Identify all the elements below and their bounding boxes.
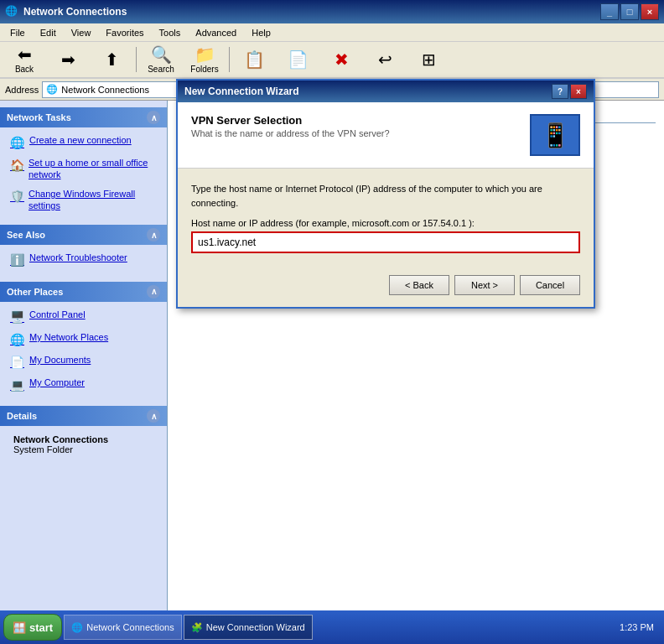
- sidebar-section-other-places: Other Places ∧ 🖥️ Control Panel 🌐 My Net…: [0, 282, 167, 403]
- firewall-icon: 🛡️: [10, 189, 23, 204]
- taskbar-ncw-label: New Connection Wizard: [206, 622, 305, 632]
- wizard-title-controls: ? ×: [552, 84, 587, 99]
- views-button[interactable]: ⊞: [407, 44, 449, 75]
- undo-icon: ↩: [378, 51, 392, 68]
- menu-tools[interactable]: Tools: [153, 26, 188, 39]
- close-button[interactable]: ×: [641, 3, 659, 20]
- my-network-places-link[interactable]: 🌐 My Network Places: [7, 330, 160, 349]
- folders-icon: 📁: [195, 46, 215, 63]
- folders-label: Folders: [190, 65, 218, 74]
- delete-button[interactable]: ✖: [320, 44, 362, 75]
- wizard-header-icon: 📱: [530, 114, 580, 156]
- address-label: Address: [5, 85, 39, 95]
- search-icon: 🔍: [151, 46, 172, 63]
- network-tasks-content: 🌐 Create a new connection 🏠 Set up a hom…: [0, 127, 167, 221]
- details-label: Details: [7, 411, 37, 421]
- my-network-icon: 🌐: [10, 332, 24, 347]
- move-button[interactable]: 📋: [233, 44, 275, 75]
- details-collapse[interactable]: ∧: [147, 409, 160, 423]
- copy-icon: 📄: [288, 51, 309, 68]
- taskbar-network-connections[interactable]: 🌐 Network Connections: [64, 615, 182, 640]
- start-icon: 🪟: [13, 621, 26, 634]
- undo-button[interactable]: ↩: [364, 44, 406, 75]
- control-panel-label: Control Panel: [29, 309, 86, 320]
- move-icon: 📋: [244, 51, 265, 68]
- start-button[interactable]: 🪟 start: [3, 614, 62, 641]
- menu-advanced[interactable]: Advanced: [189, 26, 243, 39]
- home-network-label: Set up a home or small office network: [29, 157, 157, 181]
- see-also-header[interactable]: See Also ∧: [0, 225, 167, 245]
- wizard-body: Type the host name or Internet Protocol …: [178, 169, 594, 267]
- network-tasks-header[interactable]: Network Tasks ∧: [0, 107, 167, 127]
- see-also-collapse[interactable]: ∧: [147, 228, 160, 242]
- search-button[interactable]: 🔍 Search: [140, 44, 182, 75]
- home-network-link[interactable]: 🏠 Set up a home or small office network: [7, 155, 160, 183]
- forward-button[interactable]: ➡: [47, 44, 89, 75]
- back-button[interactable]: ⬅ Back: [3, 44, 45, 75]
- taskbar-nc-icon: 🌐: [71, 622, 83, 633]
- wizard-section-title: VPN Server Selection: [191, 114, 390, 127]
- create-connection-link[interactable]: 🌐 Create a new connection: [7, 132, 160, 152]
- menu-help[interactable]: Help: [245, 26, 278, 39]
- create-connection-label: Create a new connection: [29, 134, 132, 146]
- other-places-header[interactable]: Other Places ∧: [0, 282, 167, 302]
- wizard-title-bar: New Connection Wizard ? ×: [178, 80, 594, 102]
- wizard-desc: Type the host name or Internet Protocol …: [191, 182, 580, 210]
- firewall-link[interactable]: 🛡️ Change Windows Firewall settings: [7, 186, 160, 214]
- start-label: start: [29, 621, 53, 634]
- network-tasks-label: Network Tasks: [7, 112, 71, 122]
- copy-button[interactable]: 📄: [277, 44, 319, 75]
- taskbar-nc-label: Network Connections: [86, 622, 174, 632]
- taskbar-time: 1:23 PM: [613, 622, 661, 632]
- wizard-close-button[interactable]: ×: [570, 84, 587, 99]
- other-places-collapse[interactable]: ∧: [147, 285, 160, 299]
- my-documents-label: My Documents: [29, 354, 91, 366]
- taskbar: 🪟 start 🌐 Network Connections 🧩 New Conn…: [0, 610, 664, 644]
- title-bar-controls: _ □ ×: [600, 3, 659, 20]
- forward-icon: ➡: [61, 51, 75, 68]
- wizard-footer: < Back Next > Cancel: [178, 267, 594, 307]
- minimize-button[interactable]: _: [600, 3, 619, 20]
- sidebar: Network Tasks ∧ 🌐 Create a new connectio…: [0, 101, 168, 610]
- my-documents-link[interactable]: 📄 My Documents: [7, 352, 160, 371]
- troubleshooter-icon: ℹ️: [10, 252, 24, 267]
- menu-view[interactable]: View: [65, 26, 98, 39]
- details-content: Network Connections System Folder: [0, 426, 167, 463]
- see-also-content: ℹ️ Network Troubleshooter: [0, 245, 167, 278]
- up-icon: ⬆: [105, 51, 119, 68]
- details-header[interactable]: Details ∧: [0, 406, 167, 426]
- toolbar: ⬅ Back ➡ ⬆ 🔍 Search 📁 Folders 📋 📄 ✖ ↩ ⊞: [0, 42, 664, 79]
- taskbar-ncw-icon: 🧩: [191, 622, 203, 633]
- vpn-host-input[interactable]: [191, 231, 580, 253]
- my-computer-link[interactable]: 💻 My Computer: [7, 375, 160, 394]
- up-button[interactable]: ⬆: [91, 44, 132, 75]
- my-computer-label: My Computer: [29, 377, 85, 388]
- folders-button[interactable]: 📁 Folders: [184, 44, 226, 75]
- control-panel-link[interactable]: 🖥️ Control Panel: [7, 307, 160, 326]
- search-label: Search: [148, 65, 174, 74]
- sidebar-section-details: Details ∧ Network Connections System Fol…: [0, 406, 167, 463]
- taskbar-new-connection-wizard[interactable]: 🧩 New Connection Wizard: [184, 615, 313, 640]
- toolbar-separator-1: [136, 47, 137, 72]
- wizard-help-button[interactable]: ?: [552, 84, 568, 99]
- details-desc: System Folder: [7, 444, 160, 458]
- wizard-header: VPN Server Selection What is the name or…: [178, 102, 594, 169]
- cancel-button[interactable]: Cancel: [520, 275, 580, 295]
- back-button[interactable]: < Back: [389, 275, 449, 295]
- menu-file[interactable]: File: [3, 26, 32, 39]
- network-tasks-collapse[interactable]: ∧: [147, 111, 160, 124]
- menu-favorites[interactable]: Favorites: [99, 26, 150, 39]
- home-network-icon: 🏠: [10, 158, 23, 173]
- menu-bar: File Edit View Favorites Tools Advanced …: [0, 23, 664, 42]
- create-connection-icon: 🌐: [10, 135, 24, 150]
- menu-edit[interactable]: Edit: [34, 26, 63, 39]
- maximize-button[interactable]: □: [620, 3, 639, 20]
- title-bar-title: Network Connections: [23, 6, 127, 18]
- my-computer-icon: 💻: [10, 377, 24, 392]
- other-places-label: Other Places: [7, 287, 63, 297]
- network-troubleshooter-link[interactable]: ℹ️ Network Troubleshooter: [7, 250, 160, 269]
- wizard-title-text: New Connection Wizard: [184, 86, 299, 97]
- troubleshooter-label: Network Troubleshooter: [29, 252, 127, 263]
- next-button[interactable]: Next >: [454, 275, 515, 295]
- toolbar-separator-2: [229, 47, 230, 72]
